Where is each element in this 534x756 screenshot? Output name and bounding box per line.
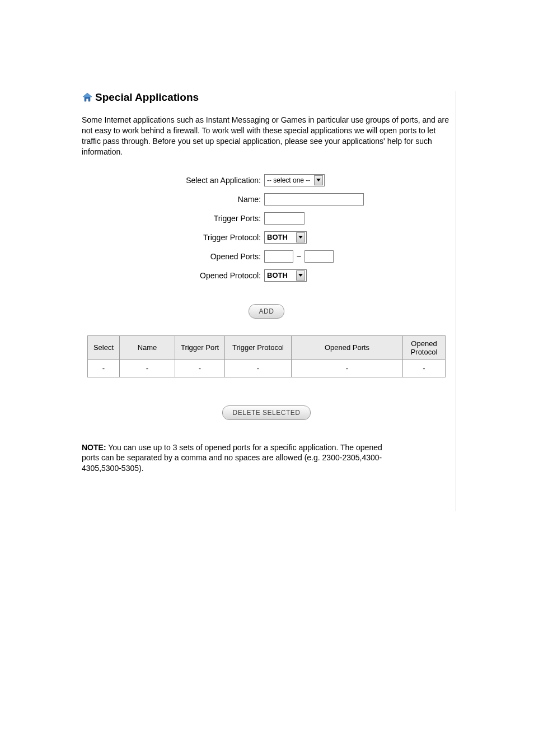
opened-ports-to-input[interactable] <box>305 250 334 263</box>
chevron-down-icon <box>314 175 323 185</box>
delete-selected-button[interactable]: DELETE SELECTED <box>222 405 311 420</box>
form-area: Select an Application: -- select one -- … <box>82 174 451 474</box>
opened-ports-label: Opened Ports: <box>82 252 264 261</box>
th-trigger-port: Trigger Port <box>175 335 225 360</box>
name-label: Name: <box>82 195 264 204</box>
applications-table: Select Name Trigger Port Trigger Protoco… <box>87 335 446 377</box>
cell-opened-protocol: - <box>403 360 446 377</box>
select-application-value: -- select one -- <box>267 176 310 184</box>
opened-protocol-label: Opened Protocol: <box>82 271 264 280</box>
cell-name: - <box>120 360 175 377</box>
opened-ports-from-input[interactable] <box>264 250 293 263</box>
cell-trigger-port: - <box>175 360 225 377</box>
th-trigger-protocol: Trigger Protocol <box>225 335 292 360</box>
trigger-protocol-dropdown[interactable]: BOTH <box>264 231 307 244</box>
intro-text: Some Internet applications such as Insta… <box>82 115 451 157</box>
cell-trigger-protocol: - <box>225 360 292 377</box>
opened-protocol-value: BOTH <box>267 271 288 279</box>
select-application-dropdown[interactable]: -- select one -- <box>264 174 325 186</box>
trigger-ports-label: Trigger Ports: <box>82 214 264 223</box>
add-button[interactable]: ADD <box>249 304 285 319</box>
th-select: Select <box>88 335 120 360</box>
title-row: Special Applications <box>82 91 451 104</box>
note-label: NOTE: <box>82 443 106 452</box>
cell-opened-ports: - <box>292 360 403 377</box>
trigger-protocol-label: Trigger Protocol: <box>82 233 264 242</box>
th-opened-ports: Opened Ports <box>292 335 403 360</box>
th-name: Name <box>120 335 175 360</box>
cell-select: - <box>88 360 120 377</box>
chevron-down-icon <box>296 270 305 281</box>
trigger-protocol-value: BOTH <box>267 233 288 241</box>
name-input[interactable] <box>264 193 364 206</box>
chevron-down-icon <box>296 232 305 242</box>
select-app-label: Select an Application: <box>82 176 264 185</box>
th-opened-protocol: Opened Protocol <box>403 335 446 360</box>
svg-marker-1 <box>83 93 92 97</box>
table-row: - - - - - - <box>88 360 446 377</box>
home-icon <box>82 92 93 103</box>
opened-protocol-dropdown[interactable]: BOTH <box>264 269 307 282</box>
opened-ports-separator: ~ <box>296 252 302 261</box>
trigger-ports-input[interactable] <box>264 212 305 225</box>
note-body: You can use up to 3 sets of opened ports… <box>82 443 382 473</box>
page-title: Special Applications <box>95 91 199 104</box>
note-text: NOTE: You can use up to 3 sets of opened… <box>82 442 451 474</box>
